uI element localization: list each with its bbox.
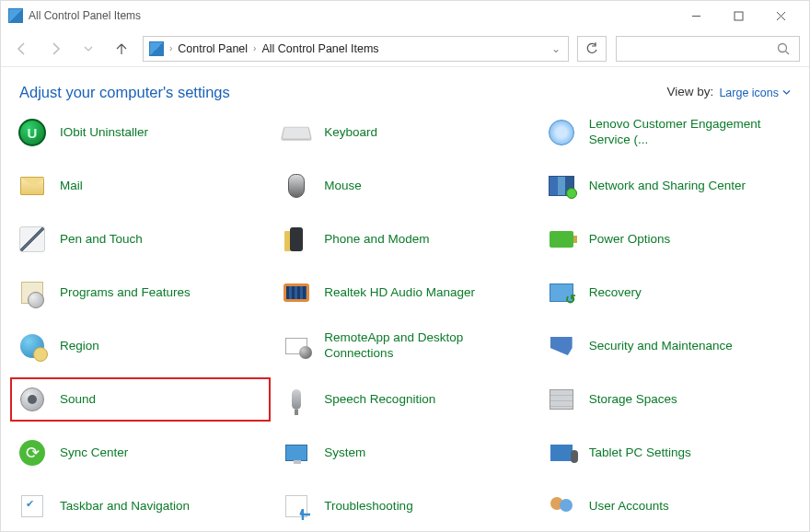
close-button[interactable] [759,3,802,29]
phone-icon [282,225,311,254]
cpl-item-label: Mouse [324,179,362,194]
cpl-item-label: System [324,445,365,461]
cpl-item-lenovo[interactable]: Lenovo Customer Engagement Service (... [541,112,798,153]
cpl-item-mouse[interactable]: Mouse [276,166,533,206]
chevron-right-icon[interactable]: › [251,43,258,53]
chevron-right-icon[interactable]: › [168,43,174,53]
cpl-item-programs[interactable]: Programs and Features [12,272,269,313]
mouse-icon [282,171,311,201]
breadcrumb-seg-1[interactable]: Control Panel [174,42,251,55]
system-icon [282,438,311,468]
cpl-item-label: Storage Spaces [589,392,677,408]
mic-icon [282,385,311,414]
users-icon [547,492,576,521]
cpl-item-iobit[interactable]: UIObit Uninstaller [12,112,269,153]
taskbar-icon [17,492,47,521]
view-by-dropdown[interactable]: Large icons [719,87,791,99]
network-icon [547,171,576,201]
titlebar: All Control Panel Items [1,1,809,30]
cpl-item-label: RemoteApp and Desktop Connections [324,330,499,362]
cpl-item-security[interactable]: Security and Maintenance [541,326,798,366]
mail-icon [17,171,47,201]
cpl-item-label: IObit Uninstaller [60,125,148,141]
cpl-item-label: Sync Center [60,445,128,461]
cpl-item-phone[interactable]: Phone and Modem [276,219,533,260]
cpl-item-label: Mail [60,179,83,194]
breadcrumb-seg-2[interactable]: All Control Panel Items [258,42,382,55]
address-dropdown-icon[interactable]: ⌄ [550,42,566,55]
chevron-down-icon [782,88,791,97]
trouble-icon [282,492,311,521]
view-by-value: Large icons [719,87,779,99]
cpl-item-tablet[interactable]: Tablet PC Settings [541,433,798,473]
content-area: UIObit UninstallerKeyboardLenovo Custome… [1,112,809,532]
location-icon [149,41,164,56]
programs-icon [17,278,47,307]
cpl-item-storage[interactable]: Storage Spaces [541,379,798,420]
svg-rect-1 [735,12,743,20]
region-icon [17,331,47,361]
address-bar[interactable]: › Control Panel › All Control Panel Item… [143,36,569,62]
cpl-item-label: Power Options [589,232,671,248]
cpl-item-system[interactable]: System [276,433,533,473]
cpl-item-recovery[interactable]: Recovery [541,272,798,313]
page-heading: Adjust your computer's settings [19,84,230,101]
header-row: Adjust your computer's settings View by:… [1,67,809,112]
realtek-icon [282,278,311,307]
remote-icon [282,331,311,361]
maximize-button[interactable] [717,3,759,29]
security-icon [547,331,576,361]
cpl-item-label: Tablet PC Settings [589,445,691,461]
items-grid: UIObit UninstallerKeyboardLenovo Custome… [12,112,798,532]
cpl-item-label: Region [60,339,99,354]
lenovo-icon [547,118,576,147]
search-box[interactable] [616,36,800,62]
cpl-item-label: Network and Sharing Center [589,179,746,194]
cpl-item-realtek[interactable]: Realtek HD Audio Manager [276,272,533,313]
navbar: › Control Panel › All Control Panel Item… [1,30,809,67]
recovery-icon [547,278,576,307]
cpl-item-label: Taskbar and Navigation [60,499,190,515]
cpl-item-label: Pen and Touch [60,232,143,248]
cpl-item-mic[interactable]: Speech Recognition [276,379,533,420]
window-buttons [675,3,802,29]
view-by-label: View by: [667,85,714,100]
tablet-icon [547,438,576,468]
cpl-item-users[interactable]: User Accounts [541,486,798,526]
cpl-item-region[interactable]: Region [12,326,269,366]
up-button[interactable] [110,37,133,61]
pen-icon [17,225,47,254]
forward-button[interactable] [43,37,67,61]
cpl-item-pen[interactable]: Pen and Touch [12,219,269,260]
back-button[interactable] [10,37,34,61]
cpl-item-remote[interactable]: RemoteApp and Desktop Connections [276,326,533,366]
cpl-item-label: Security and Maintenance [589,339,733,354]
refresh-button[interactable] [577,36,607,62]
cpl-item-label: Phone and Modem [324,232,429,248]
sync-icon: ⟳ [17,438,47,468]
power-icon [547,225,576,254]
cpl-item-sound[interactable]: Sound [12,379,269,420]
cpl-item-label: Realtek HD Audio Manager [324,285,475,301]
sound-icon [17,385,47,414]
view-by-control: View by: Large icons [667,85,791,100]
cpl-item-label: Programs and Features [60,285,191,301]
cpl-item-power[interactable]: Power Options [541,219,798,260]
cpl-item-keyboard[interactable]: Keyboard [276,112,533,153]
cpl-item-label: Sound [60,392,96,408]
keyboard-icon [282,118,311,147]
recent-dropdown[interactable] [76,37,100,61]
storage-icon [547,385,576,414]
cpl-item-label: Keyboard [324,125,377,141]
app-icon [8,8,23,23]
cpl-item-label: Lenovo Customer Engagement Service (... [589,117,764,148]
cpl-item-label: Troubleshooting [324,499,412,515]
cpl-item-label: User Accounts [589,499,669,515]
iobit-icon: U [17,118,47,147]
cpl-item-mail[interactable]: Mail [12,166,269,206]
cpl-item-trouble[interactable]: Troubleshooting [276,486,533,526]
minimize-button[interactable] [675,3,717,29]
cpl-item-taskbar[interactable]: Taskbar and Navigation [12,486,269,526]
cpl-item-network[interactable]: Network and Sharing Center [541,166,798,206]
cpl-item-sync[interactable]: ⟳Sync Center [12,433,269,473]
